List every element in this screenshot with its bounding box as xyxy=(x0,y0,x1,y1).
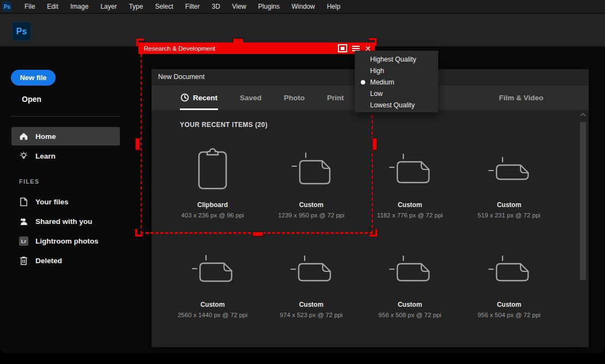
recent-item-card[interactable]: Custom956 x 508 px @ 72 ppi xyxy=(361,242,459,318)
recent-item-card[interactable]: Clipboard403 x 236 px @ 96 ppi xyxy=(164,143,262,219)
menu-item-type[interactable]: Type xyxy=(123,1,149,13)
recent-item-details: 956 x 504 px @ 72 ppi xyxy=(477,312,540,318)
quality-option-label: High xyxy=(370,67,384,75)
dialog-title: New Document xyxy=(158,73,204,81)
recent-item-card[interactable]: Custom1182 x 776 px @ 72 ppi xyxy=(361,143,459,219)
sidebar-item-lightroom-photos[interactable]: LrLightroom photos xyxy=(11,232,120,250)
files-section-label: FILES xyxy=(19,178,39,185)
quality-option-medium[interactable]: Medium xyxy=(355,76,438,88)
sidebar-item-home[interactable]: Home xyxy=(11,127,120,145)
sidebar-item-label: Learn xyxy=(35,152,56,160)
clock-icon xyxy=(180,93,189,102)
capture-handle-bottom-left[interactable] xyxy=(135,229,143,236)
sidebar-item-label: Your files xyxy=(35,198,69,206)
recent-item-name: Custom xyxy=(497,301,522,308)
menu-item-view[interactable]: View xyxy=(226,1,252,13)
photoshop-app-icon: Ps xyxy=(12,22,31,41)
quality-option-low[interactable]: Low xyxy=(355,88,438,99)
recent-items-section-title: YOUR RECENT ITEMS (20) xyxy=(180,121,268,129)
new-file-button[interactable]: New file xyxy=(11,70,56,86)
capture-handle-left-middle[interactable] xyxy=(136,138,140,150)
tab-recent[interactable]: Recent xyxy=(180,85,218,110)
capture-handle-bottom-middle[interactable] xyxy=(253,232,263,236)
scroll-up-arrow-icon[interactable] xyxy=(580,113,585,117)
custom-doc-icon xyxy=(291,242,332,295)
recent-item-details: 519 x 231 px @ 72 ppi xyxy=(477,212,540,219)
menu-item-image[interactable]: Image xyxy=(64,1,94,13)
recent-item-name: Custom xyxy=(497,201,522,209)
tab-label: Print xyxy=(327,94,344,102)
sidebar-item-learn[interactable]: Learn xyxy=(11,147,120,165)
recent-item-name: Custom xyxy=(398,201,422,209)
recent-item-details: 956 x 508 px @ 72 ppi xyxy=(378,312,441,318)
selected-bullet-icon xyxy=(361,80,365,84)
photoshop-window: Ps FileEditImageLayerTypeSelectFilter3DV… xyxy=(0,0,605,353)
quality-dropdown-menu: Highest QualityHighMediumLowLowest Quali… xyxy=(355,51,438,112)
quality-option-label: Low xyxy=(370,90,383,98)
recent-item-card[interactable]: Custom956 x 504 px @ 72 ppi xyxy=(460,242,558,318)
dialog-scrollbar[interactable] xyxy=(579,112,587,345)
custom-doc-icon xyxy=(292,143,331,195)
recent-item-details: 2560 x 1440 px @ 72 ppi xyxy=(178,312,247,318)
sidebar-item-label: Deleted xyxy=(35,257,62,265)
tab-label: Saved xyxy=(240,94,262,102)
menu-item-select[interactable]: Select xyxy=(149,1,179,13)
capture-handle-right-middle[interactable] xyxy=(373,138,377,150)
recent-item-card[interactable]: Custom974 x 523 px @ 72 ppi xyxy=(262,242,360,318)
recent-item-card[interactable]: Custom2560 x 1440 px @ 72 ppi xyxy=(164,242,262,318)
recent-item-details: 1182 x 776 px @ 72 ppi xyxy=(377,212,443,219)
capture-handle-top-middle[interactable] xyxy=(233,39,243,43)
sidebar-item-label: Home xyxy=(35,132,56,141)
tab-film-video[interactable]: Film & Video xyxy=(499,85,544,110)
menu-item-window[interactable]: Window xyxy=(286,1,321,13)
tab-saved[interactable]: Saved xyxy=(239,85,262,110)
document-icon xyxy=(19,197,28,207)
sidebar-item-label: Shared with you xyxy=(35,217,92,226)
menu-item-plugins[interactable]: Plugins xyxy=(252,1,286,13)
sidebar-item-your-files[interactable]: Your files xyxy=(11,192,120,211)
recent-item-name: Custom xyxy=(299,201,324,209)
quality-option-highest-quality[interactable]: Highest Quality xyxy=(355,53,438,65)
capture-title: Research & Development xyxy=(144,45,215,52)
menu-item-3d[interactable]: 3D xyxy=(205,1,226,13)
capture-title-bar[interactable]: Research & Development ✕ xyxy=(138,43,375,54)
menu-item-file[interactable]: File xyxy=(19,1,41,13)
recent-item-card[interactable]: Custom1239 x 950 px @ 72 ppi xyxy=(262,143,360,219)
recent-item-name: Custom xyxy=(398,301,422,308)
hamburger-menu-icon[interactable] xyxy=(352,46,360,51)
tab-photo[interactable]: Photo xyxy=(283,85,305,110)
tab-print[interactable]: Print xyxy=(326,85,344,110)
tab-label: Film & Video xyxy=(499,94,544,102)
sidebar-item-deleted[interactable]: Deleted xyxy=(11,251,120,270)
quality-option-label: Lowest Quality xyxy=(370,101,415,109)
menu-item-edit[interactable]: Edit xyxy=(41,1,64,13)
recent-item-name: Clipboard xyxy=(197,201,228,209)
display-select-icon[interactable] xyxy=(338,44,347,52)
sidebar-divider xyxy=(11,116,120,117)
capture-handle-bottom-right[interactable] xyxy=(370,229,377,236)
lightroom-icon: Lr xyxy=(19,236,28,246)
custom-doc-icon xyxy=(488,143,530,195)
home-icon xyxy=(19,132,28,141)
tab-label: Photo xyxy=(284,94,305,102)
tab-label: Recent xyxy=(193,94,217,102)
scrollbar-thumb[interactable] xyxy=(580,122,586,280)
recent-item-card[interactable]: Custom519 x 231 px @ 72 ppi xyxy=(460,143,558,219)
sidebar-item-shared-with-you[interactable]: Shared with you xyxy=(11,212,120,230)
trash-icon xyxy=(19,256,28,265)
custom-doc-icon xyxy=(488,242,530,295)
custom-doc-icon xyxy=(192,242,233,295)
menu-items: FileEditImageLayerTypeSelectFilter3DView… xyxy=(19,1,346,13)
sidebar-item-label: Lightroom photos xyxy=(35,237,98,245)
menu-item-layer[interactable]: Layer xyxy=(94,1,123,13)
recent-item-details: 1239 x 950 px @ 72 ppi xyxy=(278,212,344,219)
open-button[interactable]: Open xyxy=(22,95,41,104)
learn-icon xyxy=(19,151,28,161)
custom-doc-icon xyxy=(389,143,431,195)
ps-window-icon: Ps xyxy=(2,2,12,11)
menu-item-filter[interactable]: Filter xyxy=(179,1,206,13)
quality-option-label: Highest Quality xyxy=(370,56,416,63)
menu-item-help[interactable]: Help xyxy=(321,1,347,13)
quality-option-high[interactable]: High xyxy=(355,65,438,76)
quality-option-lowest-quality[interactable]: Lowest Quality xyxy=(355,99,438,111)
